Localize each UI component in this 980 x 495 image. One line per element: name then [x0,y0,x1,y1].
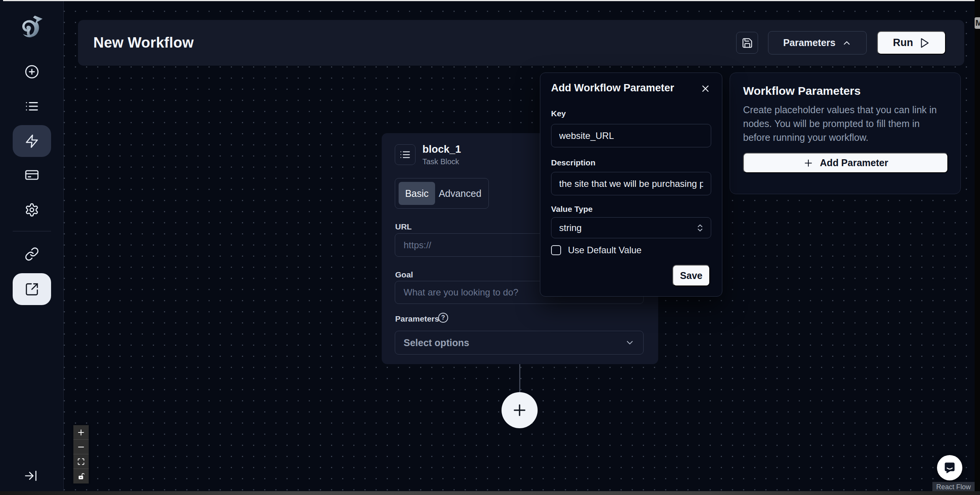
close-button[interactable] [699,82,712,95]
sidebar [0,0,64,491]
sidebar-item-create[interactable] [13,59,51,85]
window-top-edge [3,0,975,1]
task-block-tabs: Basic Advanced [395,178,489,209]
run-button[interactable]: Run [877,31,946,54]
chevron-up-icon [842,38,852,48]
use-default-row: Use Default Value [551,245,642,256]
link-icon [25,247,39,261]
canvas-controls [73,425,89,483]
chevrons-up-down-icon [695,223,705,233]
lock-open-icon [77,472,85,480]
value-type-value: string [559,223,582,233]
save-button[interactable] [736,32,758,54]
sidebar-item-runs[interactable] [13,93,51,119]
chevron-down-icon [625,338,635,348]
external-link-icon [25,282,39,297]
key-input[interactable] [551,124,711,147]
tab-basic[interactable]: Basic [399,182,435,205]
add-parameter-modal: Add Workflow Parameter Key Description V… [540,73,722,297]
window-bottom-edge [0,491,980,495]
chat-launcher-button[interactable] [937,455,962,480]
task-block-title: block_1 [422,144,461,155]
page-title: New Workflow [93,20,194,66]
plus-icon [511,401,528,419]
play-icon [919,37,930,49]
zoom-out-button[interactable] [73,440,89,454]
description-label: Description [551,158,596,167]
list-icon [399,149,411,160]
workflow-parameters-panel: Workflow Parameters Create placeholder v… [730,73,961,194]
fit-view-icon [77,458,85,465]
zap-icon [25,134,39,148]
chat-bubble-icon [943,461,957,475]
skyvern-logo [16,13,45,44]
description-input[interactable] [551,172,711,195]
zoom-in-icon [77,429,85,436]
edge-fragment: M [975,17,980,29]
credit-card-icon [25,168,39,182]
value-type-select[interactable]: string [551,217,711,238]
value-type-label: Value Type [551,205,593,214]
parameters-label: Parameters [395,314,439,323]
lock-button[interactable] [73,469,89,483]
add-node-button[interactable] [502,392,538,428]
sidebar-item-external[interactable] [13,273,51,305]
add-parameter-button[interactable]: Add Parameter [743,153,948,173]
use-default-checkbox[interactable] [551,245,561,255]
panel-title: Workflow Parameters [743,84,947,97]
task-block-icon-box [395,144,416,165]
parameters-toggle-button[interactable]: Parameters [768,31,867,54]
fit-view-button[interactable] [73,454,89,469]
parameters-select-placeholder: Select options [404,337,469,348]
sidebar-item-integrations[interactable] [13,241,51,267]
panel-description: Create placeholder values that you can l… [743,103,947,144]
sidebar-item-billing[interactable] [13,162,51,188]
close-icon [700,83,711,94]
app-root: New Workflow Parameters Run block_1 Task… [0,0,980,495]
list-icon [25,99,39,114]
settings-icon [25,203,39,217]
sidebar-item-settings[interactable] [13,197,51,223]
task-block-subtitle: Task Block [422,157,459,166]
parameters-select[interactable]: Select options [395,331,644,355]
window-right-edge [975,0,980,495]
modal-save-button[interactable]: Save [672,265,710,286]
key-label: Key [551,109,566,118]
add-parameter-label: Add Parameter [820,157,888,168]
goal-label: Goal [395,270,413,279]
parameters-button-label: Parameters [783,37,835,48]
workflow-header: New Workflow Parameters Run [78,20,964,66]
url-label: URL [395,222,412,231]
sidebar-expand-button[interactable] [21,467,40,484]
save-icon [742,37,753,49]
plus-circle-icon [25,64,39,79]
modal-title: Add Workflow Parameter [551,82,674,94]
zoom-out-icon [77,443,85,451]
plus-icon [803,158,814,168]
collapse-arrow-icon [24,469,38,483]
tab-advanced[interactable]: Advanced [435,182,485,205]
use-default-label: Use Default Value [568,245,642,256]
sidebar-divider [13,231,51,231]
help-icon[interactable]: ? [438,313,448,323]
zoom-in-button[interactable] [73,425,89,440]
sidebar-item-workflows[interactable] [13,125,51,157]
run-button-label: Run [893,37,913,49]
edge-connector [519,364,520,393]
